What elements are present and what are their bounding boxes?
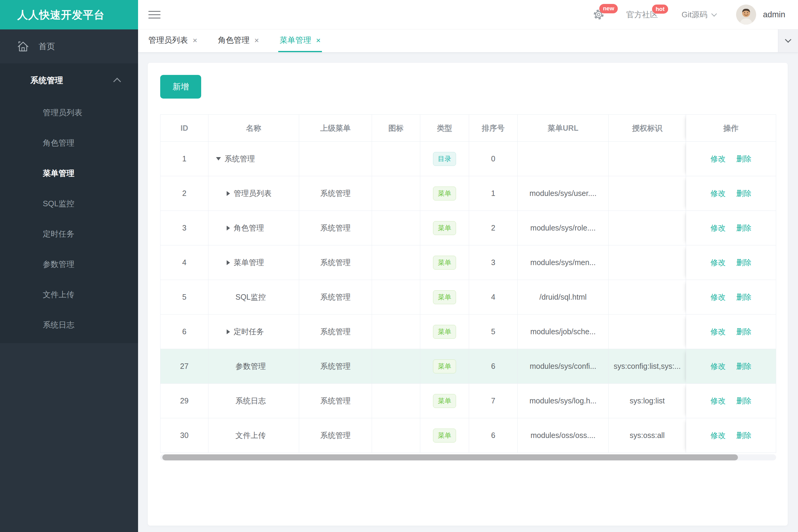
caret-right-icon[interactable] bbox=[227, 260, 230, 265]
cell-order: 6 bbox=[469, 418, 518, 453]
close-icon[interactable]: × bbox=[254, 36, 259, 44]
delete-link[interactable]: 删除 bbox=[736, 154, 751, 163]
cell-perms bbox=[609, 315, 686, 349]
cell-type: 菜单 bbox=[420, 384, 469, 418]
col-header-type: 类型 bbox=[420, 114, 469, 141]
cell-type: 菜单 bbox=[420, 176, 469, 211]
cell-url: modules/sys/confi... bbox=[518, 349, 609, 384]
caret-right-icon[interactable] bbox=[227, 226, 230, 230]
sidebar-item-param-mgmt[interactable]: 参数管理 bbox=[0, 249, 138, 279]
chevron-down-icon bbox=[785, 36, 791, 43]
type-badge: 菜单 bbox=[433, 394, 456, 408]
edit-link[interactable]: 修改 bbox=[711, 362, 726, 370]
delete-link[interactable]: 删除 bbox=[736, 327, 751, 336]
col-header-icon: 图标 bbox=[372, 114, 420, 141]
sidebar-item-role-mgmt[interactable]: 角色管理 bbox=[0, 128, 138, 158]
avatar[interactable] bbox=[736, 4, 756, 24]
cell-parent bbox=[299, 141, 372, 176]
table-row-highlighted[interactable]: 27 参数管理 系统管理 菜单 6 modules/sys/confi... bbox=[160, 349, 776, 384]
tab-role-mgmt[interactable]: 角色管理 × bbox=[217, 30, 260, 52]
cell-type: 菜单 bbox=[420, 280, 469, 315]
delete-link[interactable]: 删除 bbox=[736, 224, 751, 232]
cell-perms: sys:oss:all bbox=[609, 418, 686, 453]
delete-link[interactable]: 删除 bbox=[736, 396, 751, 405]
git-source-label: Git源码 bbox=[682, 10, 707, 20]
edit-link[interactable]: 修改 bbox=[711, 154, 726, 163]
git-source-link[interactable]: Git源码 bbox=[682, 10, 716, 20]
cell-perms: sys:log:list bbox=[609, 384, 686, 418]
table-row[interactable]: 5 SQL监控 系统管理 菜单 4 /druid/sql.html bbox=[160, 280, 776, 315]
cell-name: 系统管理 bbox=[208, 141, 299, 176]
settings-button[interactable]: new bbox=[593, 9, 605, 20]
content-card: 新增 ID 名称 上级菜单 图标 类型 排 bbox=[148, 63, 788, 526]
cell-icon bbox=[372, 211, 420, 245]
sidebar-item-file-upload[interactable]: 文件上传 bbox=[0, 279, 138, 310]
menu-name-label: 角色管理 bbox=[234, 223, 264, 233]
cell-type: 菜单 bbox=[420, 211, 469, 245]
type-badge: 菜单 bbox=[433, 359, 456, 373]
table-row[interactable]: 6 定时任务 系统管理 菜单 5 modules/job bbox=[160, 315, 776, 349]
hamburger-menu-icon[interactable] bbox=[148, 8, 161, 21]
cell-parent: 系统管理 bbox=[299, 176, 372, 211]
table-row[interactable]: 2 管理员列表 系统管理 菜单 1 modules/sy bbox=[160, 176, 776, 211]
close-icon[interactable]: × bbox=[193, 36, 197, 44]
sidebar-item-sql-monitor[interactable]: SQL监控 bbox=[0, 188, 138, 219]
cell-name: SQL监控 bbox=[208, 280, 299, 315]
tab-overflow-button[interactable] bbox=[778, 30, 798, 52]
cell-actions: 修改 删除 bbox=[686, 245, 776, 280]
col-header-actions: 操作 bbox=[686, 114, 776, 141]
type-badge: 菜单 bbox=[433, 256, 456, 270]
cell-type: 目录 bbox=[420, 141, 469, 176]
table-row[interactable]: 30 文件上传 系统管理 菜单 6 modules/oss/oss.... bbox=[160, 418, 776, 453]
cell-order: 5 bbox=[469, 315, 518, 349]
community-link[interactable]: 官方社区 hot bbox=[626, 10, 658, 20]
delete-link[interactable]: 删除 bbox=[736, 189, 751, 197]
caret-right-icon[interactable] bbox=[227, 191, 230, 196]
cell-id: 29 bbox=[160, 384, 208, 418]
cell-actions: 修改 删除 bbox=[686, 315, 776, 349]
sidebar-item-home[interactable]: 首页 bbox=[0, 30, 138, 63]
cell-actions: 修改 删除 bbox=[686, 280, 776, 315]
caret-right-icon[interactable] bbox=[227, 329, 230, 334]
col-header-id: ID bbox=[160, 114, 208, 141]
close-icon[interactable]: × bbox=[316, 36, 320, 44]
sidebar-item-admin-list[interactable]: 管理员列表 bbox=[0, 97, 138, 128]
tab-admin-list[interactable]: 管理员列表 × bbox=[147, 30, 199, 52]
add-button[interactable]: 新增 bbox=[160, 75, 201, 99]
sidebar-item-system-log[interactable]: 系统日志 bbox=[0, 310, 138, 340]
delete-link[interactable]: 删除 bbox=[736, 431, 751, 439]
cell-parent: 系统管理 bbox=[299, 349, 372, 384]
delete-link[interactable]: 删除 bbox=[736, 258, 751, 267]
tab-menu-mgmt[interactable]: 菜单管理 × bbox=[278, 30, 322, 52]
delete-link[interactable]: 删除 bbox=[736, 362, 751, 370]
edit-link[interactable]: 修改 bbox=[711, 189, 726, 197]
edit-link[interactable]: 修改 bbox=[711, 293, 726, 301]
tab-label: 管理员列表 bbox=[148, 35, 188, 45]
horizontal-scrollbar-thumb[interactable] bbox=[162, 454, 738, 460]
edit-link[interactable]: 修改 bbox=[711, 431, 726, 439]
table-row[interactable]: 1 系统管理 目录 0 bbox=[160, 141, 776, 176]
edit-link[interactable]: 修改 bbox=[711, 396, 726, 405]
edit-link[interactable]: 修改 bbox=[711, 224, 726, 232]
username-label[interactable]: admin bbox=[763, 10, 785, 19]
cell-perms bbox=[609, 176, 686, 211]
cell-icon bbox=[372, 384, 420, 418]
sidebar-item-menu-mgmt[interactable]: 菜单管理 bbox=[0, 158, 138, 188]
sidebar-group-system[interactable]: 系统管理 bbox=[0, 63, 138, 97]
cell-order: 3 bbox=[469, 245, 518, 280]
cell-url: modules/sys/role.... bbox=[518, 211, 609, 245]
table-row[interactable]: 29 系统日志 系统管理 菜单 7 modules/sys/log.h... bbox=[160, 384, 776, 418]
caret-down-icon[interactable] bbox=[216, 157, 221, 160]
cell-parent: 系统管理 bbox=[299, 245, 372, 280]
sidebar-item-scheduled-jobs[interactable]: 定时任务 bbox=[0, 219, 138, 249]
cell-url bbox=[518, 141, 609, 176]
cell-order: 1 bbox=[469, 176, 518, 211]
horizontal-scrollbar-track[interactable] bbox=[160, 454, 776, 460]
edit-link[interactable]: 修改 bbox=[711, 327, 726, 336]
table-row[interactable]: 4 菜单管理 系统管理 菜单 3 modules/sys bbox=[160, 245, 776, 280]
delete-link[interactable]: 删除 bbox=[736, 293, 751, 301]
table-row[interactable]: 3 角色管理 系统管理 菜单 2 modules/sys bbox=[160, 211, 776, 245]
type-badge: 菜单 bbox=[433, 290, 456, 304]
cell-name: 管理员列表 bbox=[208, 176, 299, 211]
edit-link[interactable]: 修改 bbox=[711, 258, 726, 267]
